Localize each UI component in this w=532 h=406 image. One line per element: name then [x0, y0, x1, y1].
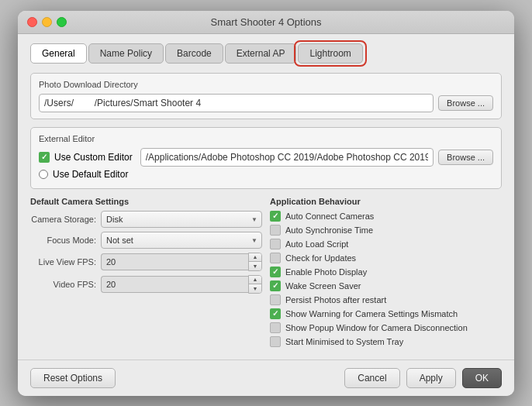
minimize-button[interactable] — [42, 17, 52, 27]
live-view-up[interactable]: ▲ — [249, 253, 261, 262]
two-col-section: Default Camera Settings Camera Storage: … — [30, 197, 502, 350]
use-custom-editor-checkbox[interactable] — [39, 152, 50, 163]
checkbox-show-popup[interactable] — [270, 322, 281, 333]
app-behaviour-item-check-updates: Check for Updates — [270, 253, 502, 263]
title-bar: Smart Shooter 4 Options — [18, 11, 514, 34]
label-wake-screen: Wake Screen Saver — [285, 281, 361, 291]
checkbox-start-minimised[interactable] — [270, 336, 281, 347]
checkbox-auto-connect[interactable] — [270, 211, 281, 222]
video-fps-label: Video FPS: — [30, 280, 96, 289]
use-default-editor-label: Use Default Editor — [53, 169, 128, 180]
label-auto-sync-time: Auto Synchronise Time — [285, 225, 373, 235]
maximize-button[interactable] — [57, 17, 67, 27]
live-view-spinner: ▲ ▼ — [101, 253, 262, 271]
photo-download-row: Browse ... — [39, 94, 493, 112]
label-check-updates: Check for Updates — [285, 253, 356, 263]
close-button[interactable] — [27, 17, 37, 27]
photo-download-section: Photo Download Directory Browse ... — [30, 73, 502, 119]
main-content: General Name Policy Barcode External AP … — [18, 34, 514, 360]
app-behaviour-list: Auto Connect CamerasAuto Synchronise Tim… — [270, 211, 502, 347]
use-custom-editor-row: Use Custom Editor Browse ... — [39, 148, 493, 167]
camera-storage-select-wrapper: Disk Card Both ▼ — [101, 211, 262, 228]
camera-storage-label: Camera Storage: — [30, 215, 96, 224]
label-enable-photo: Enable Photo Display — [285, 267, 367, 277]
checkbox-auto-load-script[interactable] — [270, 239, 281, 249]
checkbox-auto-sync-time[interactable] — [270, 225, 281, 236]
label-start-minimised: Start Minimised to System Tray — [285, 337, 403, 346]
focus-mode-select[interactable]: Not set AF MF — [101, 232, 262, 249]
checkbox-persist-photos[interactable] — [270, 294, 281, 305]
checkbox-show-warning[interactable] — [270, 308, 281, 319]
app-behaviour-item-show-popup: Show Popup Window for Camera Disconnecti… — [270, 322, 502, 333]
app-behaviour-item-auto-load-script: Auto Load Script — [270, 239, 502, 249]
tab-lightroom[interactable]: Lightroom — [298, 43, 362, 64]
app-behaviour-section: Application Behaviour Auto Connect Camer… — [270, 197, 502, 350]
checkbox-check-updates[interactable] — [270, 253, 281, 263]
external-editor-section: External Editor Use Custom Editor Browse… — [30, 127, 502, 189]
window-title: Smart Shooter 4 Options — [210, 16, 321, 28]
video-fps-input[interactable] — [101, 276, 248, 293]
footer-right: Cancel Apply OK — [344, 368, 502, 388]
camera-settings-label: Default Camera Settings — [30, 197, 262, 206]
apply-button[interactable]: Apply — [406, 368, 456, 388]
photo-download-label: Photo Download Directory — [39, 80, 493, 89]
camera-storage-row: Camera Storage: Disk Card Both ▼ — [30, 211, 262, 228]
focus-mode-select-wrapper: Not set AF MF ▼ — [101, 232, 262, 249]
live-view-input[interactable] — [101, 253, 248, 270]
external-editor-label: External Editor — [39, 134, 493, 143]
app-behaviour-item-persist-photos: Persist Photos after restart — [270, 294, 502, 305]
ok-button[interactable]: OK — [462, 368, 502, 388]
custom-editor-path[interactable] — [140, 148, 434, 167]
photo-download-input[interactable] — [39, 94, 434, 112]
video-fps-spinner: ▲ ▼ — [101, 275, 262, 294]
label-show-popup: Show Popup Window for Camera Disconnecti… — [285, 323, 468, 332]
app-behaviour-item-auto-connect: Auto Connect Cameras — [270, 211, 502, 222]
reset-options-button[interactable]: Reset Options — [30, 368, 116, 388]
tab-barcode[interactable]: Barcode — [165, 43, 223, 64]
app-behaviour-item-enable-photo: Enable Photo Display — [270, 267, 502, 277]
label-auto-connect: Auto Connect Cameras — [285, 212, 374, 221]
app-behaviour-item-show-warning: Show Warning for Camera Settings Mismatc… — [270, 308, 502, 319]
footer: Reset Options Cancel Apply OK — [18, 360, 514, 396]
use-default-editor-radio[interactable] — [39, 170, 48, 179]
tab-external-ap[interactable]: External AP — [225, 43, 297, 64]
video-fps-down[interactable]: ▼ — [249, 284, 261, 293]
focus-mode-label: Focus Mode: — [30, 236, 96, 245]
camera-storage-select[interactable]: Disk Card Both — [101, 211, 262, 228]
checkbox-enable-photo[interactable] — [270, 267, 281, 277]
app-behaviour-label: Application Behaviour — [270, 197, 502, 206]
traffic-lights — [27, 17, 67, 27]
photo-download-browse[interactable]: Browse ... — [438, 95, 493, 111]
camera-settings-section: Default Camera Settings Camera Storage: … — [30, 197, 262, 350]
window: Smart Shooter 4 Options General Name Pol… — [18, 11, 514, 396]
live-view-fps-row: Live View FPS: ▲ ▼ — [30, 253, 262, 271]
live-view-spinner-btns: ▲ ▼ — [248, 253, 262, 271]
tab-bar: General Name Policy Barcode External AP … — [30, 43, 502, 64]
live-view-down[interactable]: ▼ — [249, 262, 261, 270]
app-behaviour-item-auto-sync-time: Auto Synchronise Time — [270, 225, 502, 236]
video-fps-up[interactable]: ▲ — [249, 276, 261, 284]
use-default-editor-row: Use Default Editor — [39, 169, 493, 180]
live-view-label: Live View FPS: — [30, 257, 96, 267]
label-show-warning: Show Warning for Camera Settings Mismatc… — [285, 309, 458, 318]
app-behaviour-item-start-minimised: Start Minimised to System Tray — [270, 336, 502, 347]
focus-mode-row: Focus Mode: Not set AF MF ▼ — [30, 232, 262, 249]
checkbox-wake-screen[interactable] — [270, 280, 281, 291]
label-auto-load-script: Auto Load Script — [285, 239, 348, 249]
cancel-button[interactable]: Cancel — [344, 368, 399, 388]
tab-general[interactable]: General — [30, 43, 87, 64]
app-behaviour-item-wake-screen: Wake Screen Saver — [270, 280, 502, 291]
video-fps-row: Video FPS: ▲ ▼ — [30, 275, 262, 294]
use-custom-editor-label: Use Custom Editor — [54, 152, 133, 163]
video-fps-spinner-btns: ▲ ▼ — [248, 275, 262, 294]
tab-name-policy[interactable]: Name Policy — [88, 43, 164, 64]
external-editor-browse[interactable]: Browse ... — [438, 150, 493, 165]
label-persist-photos: Persist Photos after restart — [285, 295, 386, 304]
